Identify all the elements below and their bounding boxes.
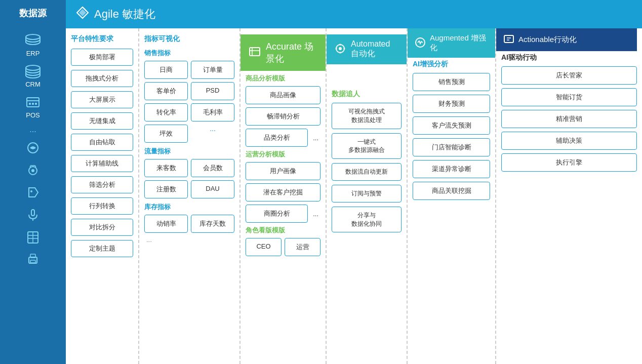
excel-icon — [24, 229, 42, 245]
metric-box-5[interactable]: 转化率 — [144, 103, 188, 122]
ops-box-2[interactable]: 潜在客户挖掘 — [246, 183, 320, 201]
ai-box-5[interactable]: 渠道异常诊断 — [413, 160, 490, 178]
action-box-3[interactable]: 精准营销 — [501, 110, 637, 128]
sales-ellipsis: ... — [191, 125, 234, 143]
ai-drive-title: AI驱动行动 — [501, 53, 637, 62]
augmented-title: Augmented 增强化 — [430, 33, 488, 53]
svg-rect-2 — [27, 98, 39, 107]
col-platform: 平台特性要求 极简部署 拖拽式分析 大屏展示 无缝集成 自由钻取 计算辅助线 筛… — [66, 28, 139, 364]
sidebar-item-tag[interactable] — [24, 183, 42, 202]
goods-box-2[interactable]: 畅滞销分析 — [246, 107, 320, 126]
svg-point-29 — [340, 52, 341, 53]
metric-box-i2[interactable]: 库存天数 — [191, 215, 234, 233]
actionable-header: Actionable行动化 — [496, 28, 637, 51]
tracking-box-2[interactable]: 一键式多数据源融合 — [332, 133, 402, 159]
automated-icon — [335, 43, 346, 56]
sales-title: 销售指标 — [144, 49, 234, 58]
role-box-ceo[interactable]: CEO — [246, 238, 282, 256]
feature-box-2[interactable]: 拖拽式分析 — [71, 70, 133, 87]
svg-point-10 — [30, 190, 32, 192]
ai-box-6[interactable]: 商品关联挖掘 — [413, 182, 490, 200]
feature-box-6[interactable]: 计算辅助线 — [71, 155, 133, 172]
metric-box-t1[interactable]: 来客数 — [144, 159, 188, 177]
action-box-4[interactable]: 辅助决策 — [501, 132, 637, 150]
inventory-title: 库存指标 — [144, 203, 234, 212]
sidebar-item-erp[interactable]: ERP — [24, 31, 42, 59]
feature-box-7[interactable]: 筛选分析 — [71, 176, 133, 193]
ai-box-1[interactable]: 销售预测 — [413, 73, 490, 91]
metric-box-6[interactable]: 毛利率 — [191, 103, 234, 122]
sidebar-item-crm[interactable]: CRM — [24, 62, 42, 90]
goods-title: 商品分析模版 — [246, 74, 320, 83]
tracking-title: 数据追人 — [332, 90, 402, 99]
ai-box-4[interactable]: 门店智能诊断 — [413, 138, 490, 156]
svg-point-31 — [344, 48, 345, 49]
metric-box-t3[interactable]: 注册数 — [144, 180, 188, 198]
tracking-box-1[interactable]: 可视化拖拽式数据流处理 — [332, 103, 402, 129]
sidebar-item-social[interactable] — [24, 138, 42, 157]
action-box-1[interactable]: 店长管家 — [501, 66, 637, 85]
feature-box-10[interactable]: 定制主题 — [71, 240, 133, 257]
feature-box-3[interactable]: 大屏展示 — [71, 91, 133, 108]
top-header-title: Agile 敏捷化 — [94, 7, 155, 22]
sidebar-item-excel[interactable] — [24, 227, 42, 247]
metric-box-i1[interactable]: 动销率 — [144, 215, 188, 233]
tag-icon — [24, 185, 42, 200]
sidebar-item-print[interactable] — [24, 250, 42, 269]
svg-rect-5 — [32, 103, 34, 105]
ops-ellipsis: ... — [311, 205, 320, 223]
feature-box-4[interactable]: 无缝集成 — [71, 112, 133, 130]
feature-box-5[interactable]: 自由钻取 — [71, 134, 133, 151]
ops-box-3[interactable]: 商圈分析 — [246, 205, 308, 223]
actionable-icon — [503, 33, 514, 46]
svg-point-1 — [26, 65, 40, 70]
svg-point-0 — [26, 34, 40, 39]
col-metrics: 指标可视化 销售指标 日商 订单量 客单价 PSD 转化率 毛利率 坪效 ...… — [139, 28, 240, 364]
tracking-box-4[interactable]: 订阅与预警 — [332, 185, 402, 203]
ai-box-3[interactable]: 客户流失预测 — [413, 116, 490, 135]
metric-box-2[interactable]: 订单量 — [191, 61, 234, 79]
feature-box-9[interactable]: 对比拆分 — [71, 219, 133, 236]
tracking-text-5: 分享与数据化协同 — [351, 212, 382, 227]
svg-point-30 — [336, 48, 337, 49]
ai-box-2[interactable]: 财务预测 — [413, 95, 490, 113]
metric-box-t4[interactable]: DAU — [191, 180, 234, 198]
agile-icon — [76, 6, 89, 22]
sidebar-item-pos[interactable]: POS — [24, 93, 42, 121]
sidebar-item-camera[interactable] — [24, 160, 42, 180]
action-box-5[interactable]: 执行引擎 — [501, 153, 637, 172]
automated-title: Automated 自动化 — [351, 39, 398, 59]
goods-box-3[interactable]: 品类分析 — [246, 129, 308, 147]
pos-icon — [24, 95, 42, 110]
tracking-box-3[interactable]: 数据流自动更新 — [332, 163, 402, 181]
metric-box-t2[interactable]: 会员数 — [191, 159, 234, 177]
goods-row: 品类分析 ... — [246, 129, 320, 147]
metric-box-1[interactable]: 日商 — [144, 61, 188, 79]
svg-rect-6 — [35, 103, 37, 105]
metric-box-4[interactable]: PSD — [191, 82, 234, 100]
col-analysis: Accurate 场景化 商品分析模版 商品画像 畅滞销分析 品类分析 ... … — [240, 28, 327, 364]
sidebar-item-mic[interactable] — [24, 205, 42, 224]
tracking-box-5[interactable]: 分享与数据化协同 — [332, 207, 402, 233]
feature-box-1[interactable]: 极简部署 — [71, 49, 133, 66]
ops-title: 运营分析模版 — [246, 150, 320, 159]
camera-icon — [24, 163, 42, 178]
ops-box-1[interactable]: 用户画像 — [246, 162, 320, 180]
automated-header: Automated 自动化 — [327, 34, 407, 64]
action-box-2[interactable]: 智能订货 — [501, 88, 637, 106]
sidebar-items: ERP CRM — [0, 26, 66, 274]
goods-box-1[interactable]: 商品画像 — [246, 86, 320, 104]
mic-icon — [24, 207, 42, 222]
svg-rect-33 — [504, 35, 513, 43]
metric-box-7[interactable]: 坪效 — [144, 125, 188, 143]
platform-title: 平台特性要求 — [71, 34, 133, 44]
feature-box-8[interactable]: 行列转换 — [71, 197, 133, 215]
metrics-title: 指标可视化 — [144, 34, 234, 44]
actionable-title: Actionable行动化 — [518, 35, 577, 45]
col-actionable: Actionable行动化 AI驱动行动 店长管家 智能订货 精准营销 辅助决策… — [496, 28, 642, 364]
sales-grid: 日商 订单量 客单价 PSD 转化率 毛利率 — [144, 61, 234, 122]
metric-box-3[interactable]: 客单价 — [144, 82, 188, 100]
top-header: Agile 敏捷化 — [66, 0, 642, 28]
role-box-ops[interactable]: 运营 — [285, 238, 320, 256]
augmented-header: Augmented 增强化 — [408, 28, 495, 58]
